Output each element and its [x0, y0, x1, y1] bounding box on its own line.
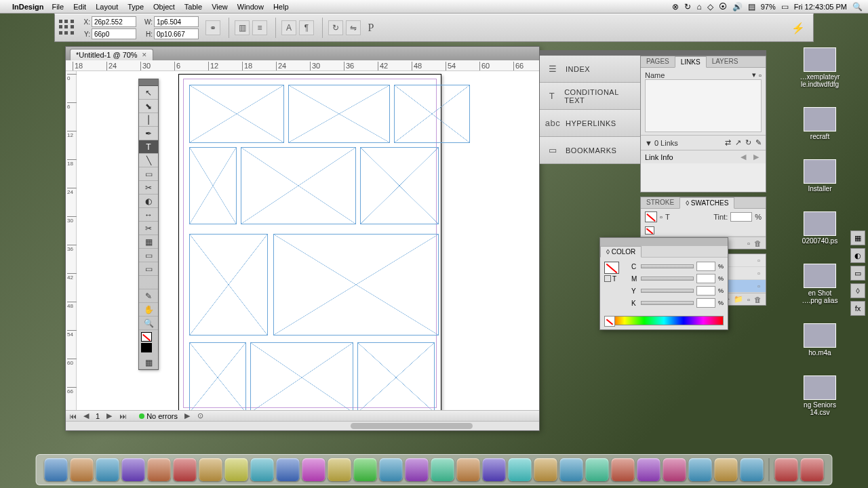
- color-slider-M[interactable]: [641, 277, 694, 281]
- dock-app-16[interactable]: [457, 458, 480, 481]
- links-name-header[interactable]: Name: [645, 71, 665, 79]
- align-icon[interactable]: ≡: [252, 20, 267, 35]
- dock-app-25[interactable]: [689, 458, 712, 481]
- dock-app-8[interactable]: [251, 458, 274, 481]
- tab-pages[interactable]: PAGES: [641, 56, 675, 67]
- panel-collapse-bar[interactable]: [540, 50, 640, 56]
- desktop-file[interactable]: …xemplateyrle.indtwdfdfg: [776, 47, 864, 88]
- panel-strip-bookmarks[interactable]: ▭BOOKMARKS: [540, 137, 640, 164]
- tool-2[interactable]: ⎮: [139, 113, 158, 127]
- tool-0[interactable]: ↖: [139, 86, 158, 100]
- tool-10[interactable]: ✂: [139, 222, 158, 235]
- tab-swatches-1[interactable]: ◊ SWATCHES: [679, 197, 734, 209]
- dock-app-14[interactable]: [406, 458, 429, 481]
- side-icon[interactable]: ◐: [850, 248, 865, 263]
- link-info-label[interactable]: Link Info: [645, 153, 673, 161]
- dock-app-9[interactable]: [277, 458, 300, 481]
- preflight-status[interactable]: No errors: [146, 412, 178, 420]
- h-field[interactable]: [154, 28, 199, 39]
- next-page-button[interactable]: ▶: [105, 411, 113, 420]
- home-icon[interactable]: ⌂: [696, 2, 701, 12]
- graphic-frame[interactable]: [189, 342, 246, 410]
- color-panel-grip[interactable]: [600, 238, 728, 246]
- view-menu-icon[interactable]: ⊙: [197, 411, 205, 420]
- first-page-button[interactable]: ⏮: [68, 412, 77, 420]
- volume-icon[interactable]: 🔊: [732, 2, 743, 12]
- tool-14[interactable]: [139, 276, 158, 289]
- swatch-container-icon[interactable]: ▫: [660, 213, 663, 221]
- color-value-Y[interactable]: [696, 286, 715, 296]
- quick-apply-icon[interactable]: ⚡: [791, 22, 805, 35]
- preflight-menu-button[interactable]: ▶: [183, 411, 191, 420]
- dock-app-10[interactable]: [302, 458, 326, 481]
- view-mode-button[interactable]: ▦: [139, 356, 158, 369]
- graphic-frame[interactable]: [189, 85, 284, 143]
- dock-app-28[interactable]: [775, 458, 798, 481]
- tool-5[interactable]: ╲: [139, 154, 158, 167]
- graphic-frame[interactable]: [394, 85, 470, 143]
- dock-app-7[interactable]: [225, 458, 248, 481]
- tab-links[interactable]: LINKS: [675, 56, 707, 68]
- dock-app-12[interactable]: [354, 458, 377, 481]
- dock-app-15[interactable]: [431, 458, 454, 481]
- tool-9[interactable]: ↔: [139, 208, 158, 222]
- tool-7[interactable]: ✂: [139, 181, 158, 195]
- dock-app-27[interactable]: [741, 458, 764, 481]
- graphic-frame[interactable]: [241, 147, 356, 224]
- mac-dock[interactable]: [36, 454, 833, 485]
- menubar-clock[interactable]: Fri 12:43:05 PM: [794, 3, 847, 11]
- dock-app-3[interactable]: [122, 458, 145, 481]
- dock-app-4[interactable]: [148, 458, 171, 481]
- dock-app-5[interactable]: [174, 458, 197, 481]
- update-link-icon[interactable]: ↻: [745, 138, 751, 147]
- links-column-icon[interactable]: ▾: [752, 70, 756, 79]
- tools-panel[interactable]: ↖⬊⎮✒T╲▭✂◐↔✂▦▭▭✎✋🔍 ▦: [138, 79, 159, 370]
- dock-app-13[interactable]: [380, 458, 403, 481]
- desktop-file[interactable]: Installer: [776, 159, 864, 192]
- prev-page-button[interactable]: ◀: [82, 411, 90, 420]
- color-value-K[interactable]: [696, 298, 715, 308]
- last-page-button[interactable]: ⏭: [119, 412, 127, 420]
- color-fill-swatch[interactable]: [604, 262, 619, 274]
- tool-12[interactable]: ▭: [139, 249, 158, 262]
- horizontal-ruler[interactable]: 182430612182430364248546066: [66, 60, 539, 71]
- delete-swatch-icon[interactable]: 🗑: [754, 239, 762, 247]
- graphic-frame[interactable]: [189, 147, 237, 224]
- stroke-swatch[interactable]: [141, 343, 152, 352]
- swatch-fill-icon[interactable]: [645, 211, 657, 222]
- color-value-C[interactable]: [696, 262, 715, 271]
- menu-type[interactable]: Type: [127, 3, 144, 11]
- menu-help[interactable]: Help: [273, 3, 289, 11]
- tool-8[interactable]: ◐: [139, 195, 158, 208]
- delete-style-icon[interactable]: 🗑: [754, 296, 762, 304]
- glyph-P-icon[interactable]: P: [363, 20, 378, 35]
- tool-4[interactable]: T: [139, 140, 158, 154]
- dock-app-1[interactable]: [71, 458, 94, 481]
- tool-17[interactable]: 🔍: [139, 317, 158, 330]
- wifi-icon[interactable]: ⦿: [719, 2, 727, 12]
- goto-link-icon[interactable]: ↗: [735, 138, 741, 147]
- color-container-icon[interactable]: [604, 275, 611, 282]
- color-slider-C[interactable]: [641, 264, 694, 268]
- flip-icon[interactable]: ⇋: [346, 20, 361, 35]
- swatch-item[interactable]: [641, 225, 766, 237]
- desktop-file[interactable]: recraft: [776, 107, 864, 140]
- flag-icon[interactable]: ▤: [748, 2, 755, 12]
- horizontal-scrollbar[interactable]: [66, 421, 539, 430]
- dock-app-6[interactable]: [199, 458, 222, 481]
- graphic-frame[interactable]: [250, 342, 353, 410]
- dock-app-21[interactable]: [586, 458, 609, 481]
- links-list[interactable]: [645, 79, 762, 132]
- char-style-icon[interactable]: A: [281, 20, 296, 35]
- tool-16[interactable]: ✋: [139, 303, 158, 317]
- side-icon[interactable]: ◊: [850, 283, 865, 298]
- desktop-file[interactable]: ho.m4a: [776, 323, 864, 357]
- swatch-list[interactable]: [641, 225, 766, 237]
- menu-file[interactable]: File: [52, 3, 64, 11]
- page-number[interactable]: 1: [96, 412, 100, 420]
- constrain-icon[interactable]: ⚭: [205, 20, 220, 35]
- panel-strip-conditional-text[interactable]: TCONDITIONAL TEXT: [540, 83, 640, 110]
- app-name[interactable]: InDesign: [12, 3, 43, 11]
- dock-app-29[interactable]: [801, 458, 824, 481]
- para-style-icon[interactable]: ¶: [299, 20, 314, 35]
